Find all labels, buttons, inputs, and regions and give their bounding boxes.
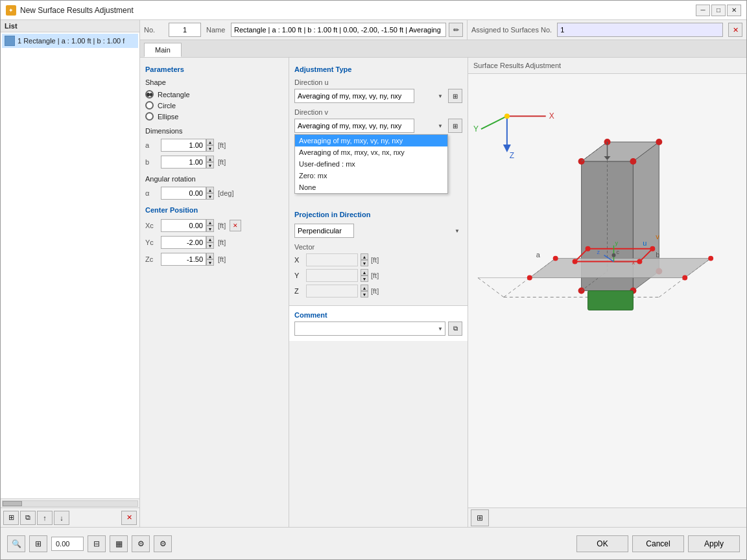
maximize-button[interactable]: □ [711,5,726,16]
angular-rotation-group: Angular rotation α ▲ ▼ [145,175,283,200]
comment-dropdown[interactable] [294,321,445,336]
scrollbar-thumb[interactable] [3,501,22,506]
dropdown-option-2[interactable]: Averaging of mx, mxy, vx, nx, nxy [295,146,447,158]
direction-u-dropdown[interactable]: Averaging of my, mxy, vy, ny, nxy [294,89,414,103]
direction-v-dropdown[interactable]: Averaging of my, mxy, vy, ny, nxy [294,119,414,133]
footer-left: 🔍 ⊞ 0.00 ⊟ ▦ ⚙ ⚙ [7,535,172,552]
dim-a-up[interactable]: ▲ [206,139,214,145]
list-toolbar: ⊞ ⧉ ↑ ↓ ✕ [1,508,139,527]
vector-x-input[interactable] [306,253,358,266]
name-input-container: ✏ [231,23,463,37]
radio-ellipse-icon [145,112,154,121]
xc-unit: [ft] [218,222,226,229]
viz-tool-button[interactable]: ⊞ [471,509,489,526]
vector-x-label: X [294,256,303,264]
dropdown-option-3[interactable]: User-defined : mx [295,158,447,170]
parameters-box: Parameters Shape Rectangle [140,58,289,275]
yc-down[interactable]: ▼ [206,242,214,249]
dim-a-input[interactable] [161,139,206,152]
apply-button[interactable]: Apply [688,535,740,552]
zc-input[interactable] [161,253,206,266]
comment-copy-button[interactable]: ⧉ [448,321,462,336]
cancel-button[interactable]: Cancel [632,535,684,552]
minimize-button[interactable]: ─ [696,5,710,16]
center-position-title: Center Position [145,206,283,214]
projection-dropdown[interactable]: Perpendicular [294,224,354,238]
vector-x-row: X ▲ ▼ [ft] [294,253,462,266]
list-item[interactable]: 1 Rectangle | a : 1.00 ft | b : 1.00 f [2,34,138,48]
dim-a-spin: ▲ ▼ [206,139,214,152]
dropdown-option-5[interactable]: None [295,181,447,193]
xc-down[interactable]: ▼ [206,226,214,232]
dim-b-up[interactable]: ▲ [206,156,214,162]
shape-ellipse[interactable]: Ellipse [145,112,283,121]
vector-y-unit: [ft] [371,272,379,279]
ok-button[interactable]: OK [576,535,628,552]
zc-down[interactable]: ▼ [206,259,214,266]
name-edit-button[interactable]: ✏ [449,23,463,37]
direction-v-label: Direction v [294,108,462,116]
right-form-col: Adjustment Type Direction u Averaging of… [289,58,468,527]
add-row-button[interactable]: ⊞ [3,511,19,525]
direction-u-icon-button[interactable]: ⊞ [448,89,462,103]
vector-z-up[interactable]: ▲ [361,285,368,291]
alpha-down[interactable]: ▼ [206,193,214,200]
viz-svg: X Y Z [468,74,746,508]
dim-a-down[interactable]: ▼ [206,145,214,152]
vector-x-down[interactable]: ▼ [361,260,368,266]
move-up-button[interactable]: ↑ [37,511,53,525]
duplicate-button[interactable]: ⧉ [20,511,36,525]
alpha-up[interactable]: ▲ [206,187,214,193]
xc-up[interactable]: ▲ [206,219,214,226]
vector-y-up[interactable]: ▲ [361,269,368,275]
dropdown-option-4[interactable]: Zero: mx [295,170,447,181]
dim-a-input-group: ▲ ▼ [161,139,214,152]
vector-label: Vector [294,243,462,251]
dim-b-input[interactable] [161,156,206,169]
yc-up[interactable]: ▲ [206,236,214,242]
shape-rectangle[interactable]: Rectangle [145,90,283,99]
dim-b-spin: ▲ ▼ [206,156,214,169]
alpha-input[interactable] [161,187,206,200]
delete-button[interactable]: ✕ [121,511,137,525]
viz-header: Surface Results Adjustment [468,58,746,74]
footer-tool-5[interactable]: ⚙ [132,535,150,552]
footer-tool-2[interactable]: ⊞ [29,535,47,552]
vector-z-input[interactable] [306,285,358,298]
dim-b-down[interactable]: ▼ [206,162,214,169]
name-input[interactable] [231,23,446,37]
footer-right: OK Cancel Apply [576,535,740,552]
no-input[interactable] [169,23,201,37]
shape-circle[interactable]: Circle [145,101,283,110]
footer-tool-3[interactable]: ⊟ [88,535,106,552]
zc-up[interactable]: ▲ [206,253,214,259]
vector-y-input[interactable] [306,269,358,282]
yc-input[interactable] [161,236,206,249]
footer-tool-1[interactable]: 🔍 [7,535,25,552]
assigned-input[interactable] [557,23,723,37]
xc-input[interactable] [161,219,206,232]
dropdown-option-1[interactable]: Averaging of my, mxy, vy, ny, nxy [295,135,447,146]
close-button[interactable]: ✕ [727,5,741,16]
svg-point-3 [504,113,510,119]
vector-x-up[interactable]: ▲ [361,253,368,260]
dim-b-input-group: ▲ ▼ [161,156,214,169]
direction-v-icon-button[interactable]: ⊞ [448,119,462,133]
svg-text:Y: Y [473,124,479,134]
vector-z-down[interactable]: ▼ [361,291,368,298]
svg-line-23 [659,278,685,298]
scrollbar-track[interactable] [2,500,138,507]
vector-y-spin: ▲ ▼ [361,269,368,282]
dim-a-unit: [ft] [218,141,226,149]
svg-text:X: X [549,111,554,121]
yc-label: Yc [145,239,157,246]
direction-v-dropdown-wrapper: Averaging of my, mxy, vy, ny, nxy [294,119,445,133]
tab-main[interactable]: Main [144,43,182,57]
footer-tool-4[interactable]: ▦ [110,535,128,552]
move-down-button[interactable]: ↓ [54,511,69,525]
vector-y-down[interactable]: ▼ [361,275,368,282]
list-scrollbar[interactable] [1,498,139,508]
xc-clear-button[interactable]: ✕ [230,220,241,231]
assigned-clear-button[interactable]: ✕ [728,23,742,37]
footer-tool-6[interactable]: ⚙ [154,535,172,552]
